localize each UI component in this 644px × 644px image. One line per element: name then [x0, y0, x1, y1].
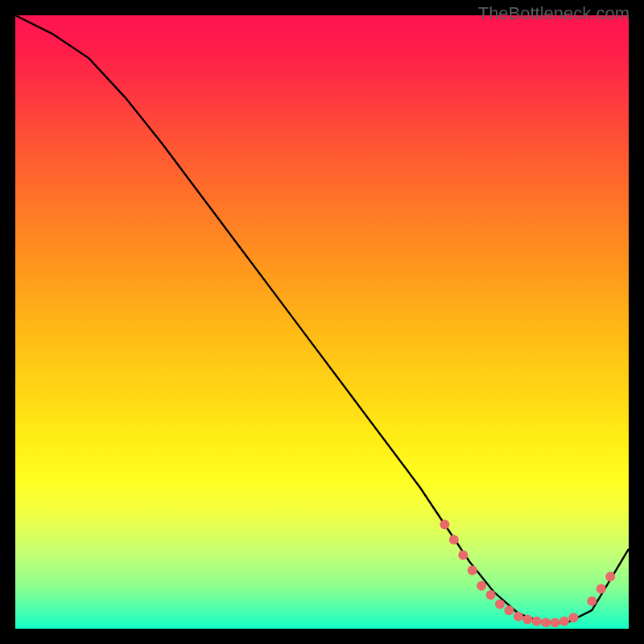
bottleneck-curve [15, 15, 629, 622]
data-point-marker [597, 584, 606, 593]
data-point-marker [486, 590, 496, 600]
data-point-marker [605, 572, 615, 581]
chart-svg [15, 15, 629, 629]
data-point-marker [532, 617, 542, 626]
chart-container [15, 15, 629, 629]
watermark-text: TheBottleneck.com [478, 3, 630, 24]
data-point-marker [495, 600, 505, 609]
data-point-marker [458, 551, 468, 560]
data-point-marker [568, 613, 578, 622]
data-point-marker [551, 617, 560, 627]
data-point-marker [504, 605, 514, 615]
data-point-marker [522, 615, 532, 625]
data-point-marker [541, 617, 551, 627]
data-point-marker [468, 566, 477, 576]
data-point-marker [587, 597, 597, 606]
curve-line [15, 15, 629, 622]
data-point-marker [514, 612, 523, 621]
data-point-marker [477, 581, 486, 591]
data-point-marker [440, 519, 449, 529]
data-point-marker [449, 535, 459, 545]
data-point-marker [559, 617, 569, 626]
